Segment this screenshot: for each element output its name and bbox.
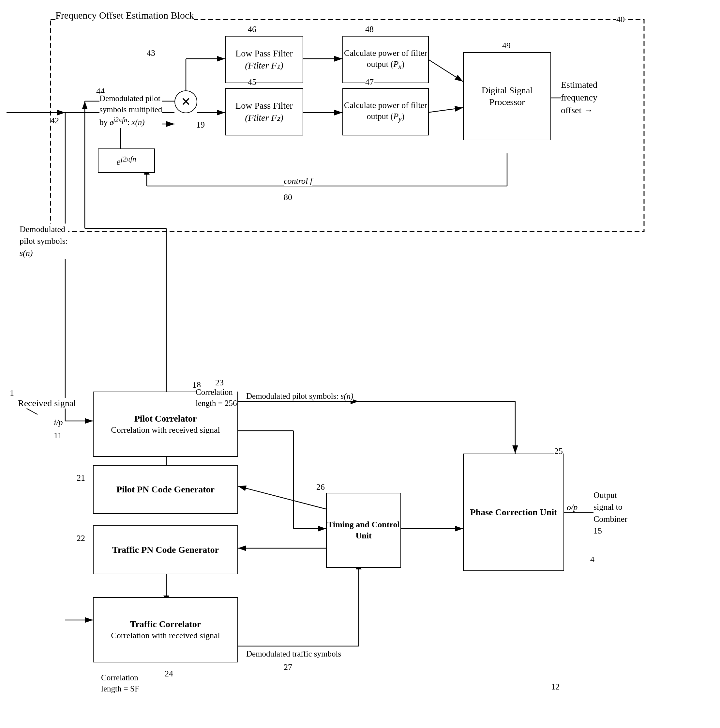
svg-line-26 — [238, 486, 326, 509]
ref-21: 21 — [76, 473, 85, 483]
lpf2-sublabel: (Filter F₂) — [245, 113, 284, 123]
timing-block: Timing and Control Unit — [326, 493, 401, 568]
pilot-pn-block: Pilot PN Code Generator — [93, 465, 238, 514]
phase-corr-block: Phase Correction Unit — [463, 454, 564, 571]
pilot-corr-sub: Correlation with received signal — [111, 425, 220, 436]
demod-pilot-line-label: Demodulated pilot symbols: s(n) — [246, 392, 353, 401]
demod-pilot-mult-label: Demodulated pilotsymbols multipliedby ej… — [99, 93, 162, 128]
calc-py-block: Calculate power of filter output (Py) — [342, 88, 429, 135]
multiplier: ✕ — [174, 90, 197, 113]
calc-py-label: Calculate power of filter output (Py) — [344, 101, 427, 121]
lpf2-block: Low Pass Filter (Filter F₂) — [225, 88, 303, 135]
ref-80: 80 — [284, 193, 292, 202]
lpf1-label: Low Pass Filter — [235, 48, 293, 58]
ref-26: 26 — [316, 482, 325, 492]
ref-11: 11 — [54, 431, 62, 440]
traffic-corr-block: Traffic Correlator Correlation with rece… — [93, 597, 238, 662]
estimated-freq-label: Estimatedfrequencyoffset → — [561, 78, 597, 117]
ref-46: 46 — [248, 24, 256, 34]
ref-1: 1 — [10, 388, 14, 398]
traffic-pn-block: Traffic PN Code Generator — [93, 525, 238, 574]
lpf1-sublabel: (Filter F₁) — [245, 60, 284, 70]
lpf1-block: Low Pass Filter (Filter F₁) — [225, 36, 303, 83]
output-signal-label: Outputsignal toCombiner15 — [593, 489, 627, 537]
lpf2-label: Low Pass Filter — [235, 101, 293, 111]
diagram: Frequency Offset Estimation Block 40 Low… — [0, 0, 720, 728]
ref-22: 22 — [76, 534, 85, 543]
pilot-corr-title: Pilot Correlator — [111, 413, 220, 425]
ref-24: 24 — [165, 669, 173, 679]
ref-48: 48 — [365, 24, 374, 34]
received-signal-label: Received signal — [18, 398, 76, 408]
pilot-pn-title: Pilot PN Code Generator — [116, 483, 215, 496]
ref-45: 45 — [248, 77, 256, 87]
ref-42: 42 — [50, 116, 59, 125]
ref-40: 40 — [616, 15, 625, 24]
svg-line-9 — [427, 108, 463, 113]
traffic-corr-sub: Correlation with received signal — [111, 630, 220, 641]
traffic-corr-title: Traffic Correlator — [111, 618, 220, 630]
freq-offset-label: Frequency Offset Estimation Block — [55, 10, 194, 21]
ref-27: 27 — [284, 662, 292, 672]
ref-12: 12 — [551, 682, 560, 692]
dsp-label: Digital Signal Processor — [482, 85, 532, 107]
arrow-right: → — [584, 105, 593, 115]
calc-px-block: Calculate power of filter output (Px) — [342, 36, 429, 83]
op-label: o/p — [567, 503, 578, 512]
ip-label: i/p — [54, 418, 63, 427]
ref-4: 4 — [590, 555, 595, 564]
demod-pilot-symbols-label: Demodulatedpilot symbols:s(n) — [20, 223, 68, 259]
demod-traffic-label: Demodulated traffic symbols — [246, 649, 341, 659]
calc-px-label: Calculate power of filter output (Px) — [344, 48, 427, 69]
traffic-pn-title: Traffic PN Code Generator — [112, 544, 219, 556]
corr-sf-label: Correlationlength = SF — [101, 672, 139, 694]
exp-box: ej2πfn — [98, 148, 155, 173]
ref-43: 43 — [147, 48, 155, 58]
ref-23: 23 — [215, 378, 224, 388]
corr-256-label: Correlationlength = 256 — [196, 387, 237, 409]
ref-49: 49 — [502, 41, 511, 50]
ref-19: 19 — [196, 120, 205, 130]
ref-25: 25 — [554, 447, 563, 456]
exp-label: ej2πfn — [116, 154, 136, 167]
timing-title: Timing and Control Unit — [327, 519, 400, 541]
phase-corr-title: Phase Correction Unit — [470, 506, 557, 518]
svg-line-6 — [427, 59, 463, 81]
dsp-block: Digital Signal Processor — [463, 52, 551, 140]
ref-47: 47 — [365, 77, 374, 87]
mult-symbol: ✕ — [181, 95, 191, 109]
control-f-label: control f — [284, 176, 313, 186]
